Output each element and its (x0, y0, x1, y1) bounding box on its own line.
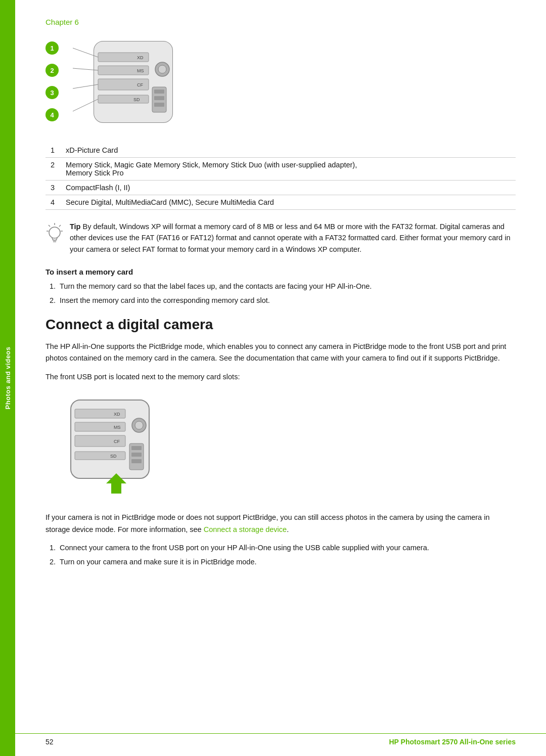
step-text: Connect your camera to the front USB por… (60, 543, 429, 554)
connect-camera-para1: The HP All-in-One supports the PictBridg… (46, 341, 516, 364)
tip-content: By default, Windows XP will format a mem… (70, 223, 510, 253)
svg-line-23 (49, 225, 50, 227)
table-row: 3 CompactFlash (I, II) (46, 181, 516, 195)
sidebar-label: Photos and videos (4, 346, 12, 409)
svg-rect-40 (131, 446, 142, 450)
callout-2: 2 (46, 64, 59, 77)
footer: 52 HP Photosmart 2570 All-in-One series (15, 733, 546, 746)
table-cell: xD-Picture Card (61, 143, 516, 158)
svg-text:SD: SD (133, 97, 140, 102)
svg-text:XD: XD (114, 412, 120, 417)
svg-text:MS: MS (114, 425, 121, 430)
svg-rect-35 (75, 452, 125, 460)
callout-numbers: 1 2 3 4 (46, 41, 59, 121)
svg-rect-15 (154, 103, 164, 107)
table-cell: CompactFlash (I, II) (61, 181, 516, 195)
svg-text:SD: SD (110, 454, 117, 459)
table-row: 2 Memory Stick, Magic Gate Memory Stick,… (46, 158, 516, 181)
list-item: 1. Turn the memory card so that the labe… (46, 281, 516, 292)
svg-point-25 (49, 227, 60, 238)
table-num: 4 (46, 195, 61, 210)
page-container: Photos and videos Chapter 6 1 2 3 4 (0, 0, 546, 756)
svg-rect-41 (131, 453, 142, 457)
card-reader-2-svg: XD MS CF SD (66, 395, 172, 496)
svg-rect-42 (131, 459, 142, 463)
svg-point-11 (158, 65, 166, 73)
svg-text:XD: XD (137, 55, 144, 60)
table-cell: Memory Stick, Magic Gate Memory Stick, M… (61, 158, 516, 181)
tip-label: Tip (70, 223, 80, 231)
callout-3: 3 (46, 86, 59, 99)
card-reader-diagram: XD MS CF SD (64, 36, 180, 134)
step-text: Turn on your camera and make sure it is … (60, 557, 257, 568)
svg-line-21 (59, 225, 61, 227)
list-item: 2. Insert the memory card into the corre… (46, 295, 516, 306)
list-item: 1. Connect your camera to the front USB … (46, 543, 516, 554)
svg-rect-14 (154, 96, 164, 100)
card-reader-svg: XD MS CF SD (64, 36, 180, 132)
connect-camera-para2: The front USB port is located next to th… (46, 371, 516, 383)
main-content: Chapter 6 1 2 3 4 XD (15, 0, 546, 598)
table-cell: Secure Digital, MultiMediaCard (MMC), Se… (61, 195, 516, 210)
chapter-heading: Chapter 6 (46, 18, 516, 26)
step-num: 1. (46, 543, 56, 554)
connect-camera-steps: 1. Connect your camera to the front USB … (46, 543, 516, 568)
svg-text:MS: MS (137, 68, 144, 73)
tip-icon (46, 222, 64, 248)
sidebar: Photos and videos (0, 0, 15, 756)
footer-product: HP Photosmart 2570 All-in-One series (389, 738, 516, 746)
insert-memory-heading: To insert a memory card (46, 268, 516, 276)
table-row: 1 xD-Picture Card (46, 143, 516, 158)
card-reader-2-container: XD MS CF SD (66, 395, 172, 498)
step-num: 2. (46, 557, 56, 568)
table-row: 4 Secure Digital, MultiMediaCard (MMC), … (46, 195, 516, 210)
svg-point-38 (135, 421, 143, 429)
callout-1: 1 (46, 41, 59, 55)
svg-rect-8 (98, 95, 149, 103)
svg-text:CF: CF (114, 439, 120, 444)
tip-section: Tip By default, Windows XP will format a… (46, 221, 516, 255)
lightbulb-icon (46, 222, 64, 246)
footer-page: 52 (46, 738, 54, 746)
list-item: 2. Turn on your camera and make sure it … (46, 557, 516, 568)
insert-memory-steps: 1. Turn the memory card so that the labe… (46, 281, 516, 306)
svg-rect-13 (154, 90, 164, 94)
tip-text: Tip By default, Windows XP will format a… (70, 221, 516, 255)
table-num: 2 (46, 158, 61, 181)
table-num: 1 (46, 143, 61, 158)
callout-4: 4 (46, 108, 59, 121)
info-table: 1 xD-Picture Card 2 Memory Stick, Magic … (46, 143, 516, 210)
connect-camera-para3: If your camera is not in PictBridge mode… (46, 512, 516, 535)
connect-camera-title: Connect a digital camera (46, 317, 516, 333)
svg-text:CF: CF (137, 82, 143, 87)
step-text: Turn the memory card so that the label f… (60, 281, 372, 292)
step-num: 2. (46, 295, 56, 306)
connect-storage-link[interactable]: Connect a storage device (204, 525, 287, 533)
step-num: 1. (46, 281, 56, 292)
table-num: 3 (46, 181, 61, 195)
device-diagram: 1 2 3 4 XD MS (46, 36, 516, 134)
step-text: Insert the memory card into the correspo… (60, 295, 270, 306)
para3-end: . (287, 525, 289, 533)
